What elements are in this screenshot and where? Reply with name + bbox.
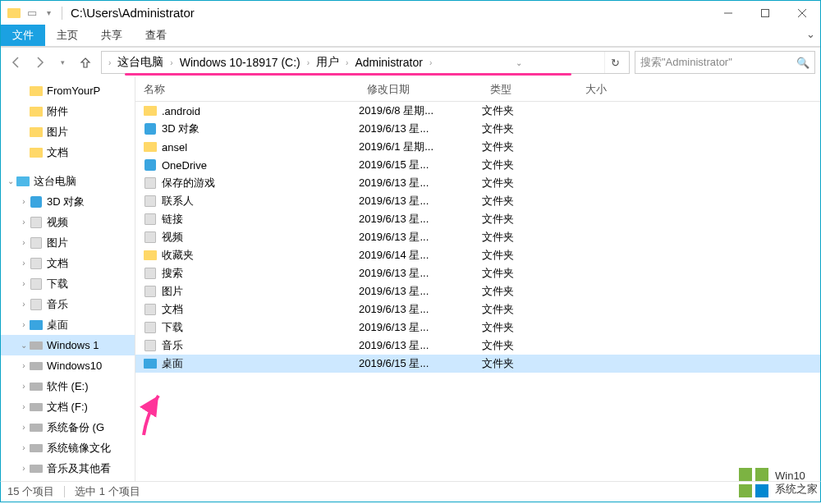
watermark-text: Win10 系统之家 <box>775 470 818 496</box>
generic-icon <box>142 285 158 298</box>
address-bar[interactable]: › 这台电脑 › Windows 10-18917 (C:) › 用户 › Ad… <box>101 51 630 74</box>
file-row[interactable]: 下载 2019/6/13 星... 文件夹 <box>135 318 820 337</box>
sidebar-item[interactable]: ›视频 <box>1 212 135 232</box>
file-row[interactable]: .android 2019/6/8 星期... 文件夹 <box>135 102 820 120</box>
file-row[interactable]: OneDrive 2019/6/15 星... 文件夹 <box>135 156 820 174</box>
file-date: 2019/6/13 星... <box>359 121 482 136</box>
file-row[interactable]: 文档 2019/6/13 星... 文件夹 <box>135 300 820 318</box>
file-name: 3D 对象 <box>162 121 200 136</box>
generic-icon <box>29 257 44 270</box>
status-separator <box>64 486 65 497</box>
generic-icon <box>142 339 158 352</box>
sidebar-item[interactable]: ›音乐及其他看 <box>1 458 135 479</box>
sidebar-item[interactable]: ›桌面 <box>1 314 135 335</box>
sidebar-item-label: 附件 <box>47 104 68 119</box>
sidebar-item-label: 视频 <box>47 215 68 230</box>
generic-icon <box>142 231 158 244</box>
generic-icon <box>142 321 158 334</box>
status-bar: 15 个项目 选中 1 个项目 <box>0 481 821 502</box>
crumb-3[interactable]: Administrator <box>350 54 427 71</box>
tab-share[interactable]: 共享 <box>89 25 134 46</box>
drive-icon <box>29 339 44 352</box>
sidebar-item-label: 文档 <box>47 256 68 271</box>
sidebar-item[interactable]: ›音乐 <box>1 294 135 314</box>
file-row[interactable]: 联系人 2019/6/13 星... 文件夹 <box>135 192 820 210</box>
tab-file[interactable]: 文件 <box>1 25 45 46</box>
file-row[interactable]: 3D 对象 2019/6/13 星... 文件夹 <box>135 120 820 138</box>
sidebar-item[interactable]: ›系统备份 (G <box>1 417 135 438</box>
file-row[interactable]: 收藏夹 2019/6/14 星... 文件夹 <box>135 246 820 264</box>
file-date: 2019/6/1 星期... <box>359 140 482 154</box>
file-name: 保存的游戏 <box>162 176 215 190</box>
app-folder-icon <box>7 8 21 18</box>
chevron-icon[interactable]: › <box>428 58 433 67</box>
back-button[interactable] <box>6 52 27 73</box>
drive-icon <box>29 380 44 393</box>
file-row[interactable]: 图片 2019/6/13 星... 文件夹 <box>135 282 820 300</box>
tab-home[interactable]: 主页 <box>45 25 89 46</box>
nav-row: ▾ › 这台电脑 › Windows 10-18917 (C:) › 用户 › … <box>0 48 821 77</box>
chevron-icon[interactable]: › <box>305 58 311 67</box>
close-button[interactable] <box>783 1 820 25</box>
sidebar-item[interactable]: ›文档 (F:) <box>1 396 135 417</box>
sidebar-item[interactable]: FromYourP <box>1 80 135 101</box>
col-name[interactable]: 名称 <box>135 82 359 97</box>
sidebar-item-label: 图片 <box>47 236 68 250</box>
search-input[interactable]: 搜索"Administrator" 🔍 <box>635 51 815 74</box>
drive-icon <box>29 462 44 475</box>
sidebar-item[interactable]: ›软件 (E:) <box>1 376 135 396</box>
maximize-button[interactable] <box>746 1 783 25</box>
sidebar-item[interactable]: ⌄这台电脑 <box>1 171 135 191</box>
sidebar-item[interactable]: ›网络 <box>1 479 135 481</box>
recent-dropdown[interactable]: ▾ <box>52 52 73 73</box>
minimize-button[interactable] <box>709 1 746 25</box>
sidebar-item[interactable]: 文档 <box>1 142 135 163</box>
watermark-logo-icon <box>737 466 770 499</box>
sidebar-item-label: 音乐及其他看 <box>47 461 111 476</box>
file-row[interactable]: 音乐 2019/6/13 星... 文件夹 <box>135 337 820 355</box>
file-row[interactable]: 视频 2019/6/13 星... 文件夹 <box>135 228 820 246</box>
col-date[interactable]: 修改日期 <box>359 82 482 97</box>
forward-button[interactable] <box>29 52 50 73</box>
file-type: 文件夹 <box>482 140 577 154</box>
file-row[interactable]: 保存的游戏 2019/6/13 星... 文件夹 <box>135 174 820 192</box>
file-date: 2019/6/15 星... <box>359 158 482 172</box>
sidebar-item-label: 系统备份 (G <box>47 420 104 435</box>
addr-dropdown[interactable]: ⌄ <box>508 52 530 73</box>
col-size[interactable]: 大小 <box>577 82 659 97</box>
sidebar-item[interactable]: ›下载 <box>1 273 135 294</box>
sidebar-item[interactable]: ›文档 <box>1 253 135 273</box>
sidebar-item[interactable]: ›3D 对象 <box>1 191 135 212</box>
file-row[interactable]: 桌面 2019/6/15 星... 文件夹 <box>135 355 820 373</box>
qat-icon-1[interactable]: ▭ <box>26 7 38 19</box>
crumb-0[interactable]: 这台电脑 <box>112 53 168 71</box>
chevron-icon[interactable]: › <box>344 58 350 67</box>
file-date: 2019/6/13 星... <box>359 194 482 208</box>
chevron-icon[interactable]: › <box>168 58 174 67</box>
file-row[interactable]: 链接 2019/6/13 星... 文件夹 <box>135 210 820 228</box>
generic-icon <box>29 298 44 311</box>
generic-icon <box>142 303 158 316</box>
sidebar-item[interactable]: 图片 <box>1 121 135 142</box>
sidebar-item[interactable]: ›系统镜像文化 <box>1 438 135 458</box>
col-type[interactable]: 类型 <box>482 82 577 97</box>
file-date: 2019/6/13 星... <box>359 302 482 317</box>
generic-icon <box>142 195 158 208</box>
file-row[interactable]: ansel 2019/6/1 星期... 文件夹 <box>135 138 820 156</box>
sidebar-item[interactable]: 附件 <box>1 101 135 121</box>
up-button[interactable] <box>75 52 96 73</box>
sidebar-item[interactable]: ›Windows10 <box>1 355 135 376</box>
tab-view[interactable]: 查看 <box>134 25 178 46</box>
chevron-icon[interactable]: › <box>107 58 112 67</box>
file-row[interactable]: 搜索 2019/6/13 星... 文件夹 <box>135 264 820 282</box>
file-date: 2019/6/13 星... <box>359 338 482 353</box>
sidebar-item[interactable]: ›图片 <box>1 232 135 253</box>
crumb-1[interactable]: Windows 10-18917 (C:) <box>175 54 305 71</box>
crumb-2[interactable]: 用户 <box>311 53 344 71</box>
sidebar-item[interactable]: ⌄Windows 1 <box>1 335 135 355</box>
pc-icon <box>16 175 30 188</box>
refresh-button[interactable]: ↻ <box>604 52 626 73</box>
qat-dropdown-icon[interactable]: ▾ <box>43 7 54 19</box>
drive-icon <box>29 360 44 373</box>
ribbon-expand-icon[interactable]: ⌄ <box>806 28 815 40</box>
